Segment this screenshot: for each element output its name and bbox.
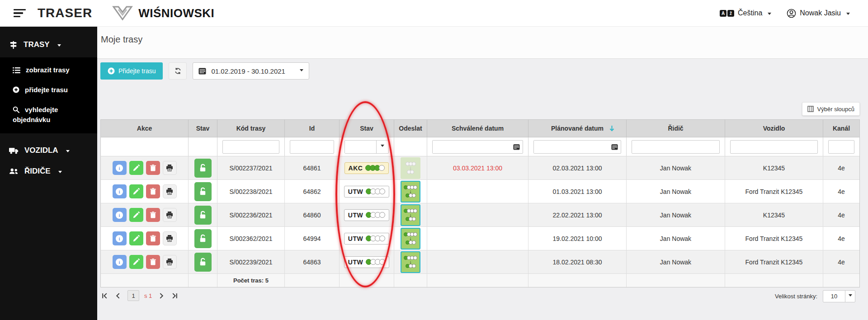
column-header-vozidlo[interactable]: Vozidlo: [725, 120, 823, 137]
print-button[interactable]: [163, 208, 177, 222]
edit-button[interactable]: [129, 208, 143, 222]
calendar-button[interactable]: [609, 141, 621, 153]
info-button[interactable]: i: [113, 231, 127, 245]
sidebar-item-pridejte-trasu[interactable]: přidejte trasu: [13, 85, 93, 95]
edit-button[interactable]: [129, 231, 143, 245]
previous-page-button[interactable]: [114, 292, 123, 300]
print-button[interactable]: [163, 231, 177, 245]
filter-input-id[interactable]: [290, 140, 334, 154]
print-button[interactable]: [163, 184, 177, 198]
chevron-down-icon: [66, 150, 70, 154]
status-badge: AKC: [344, 162, 389, 174]
column-header-id[interactable]: Id: [285, 120, 340, 137]
filter-date-planovane[interactable]: [533, 140, 621, 154]
print-button[interactable]: [163, 255, 177, 269]
sidebar-item-zobrazit-trasy[interactable]: zobrazit trasy: [13, 66, 93, 75]
date-range-value: 01.02.2019 - 30.10.2021: [211, 67, 295, 75]
delete-button[interactable]: [146, 184, 160, 198]
info-button[interactable]: i: [113, 184, 127, 198]
filter-date-schvalene-input[interactable]: [433, 141, 510, 153]
status-cell: UTW: [340, 250, 394, 273]
column-header-stav-lock[interactable]: Stav: [189, 120, 217, 137]
unlock-button[interactable]: [194, 229, 212, 248]
trash-icon: [150, 212, 156, 218]
delete-button[interactable]: [146, 231, 160, 245]
calendar-icon: [611, 144, 618, 150]
table-filter-row: [101, 137, 859, 156]
send-button[interactable]: ↓: [401, 157, 420, 179]
filter-input-kod-trasy[interactable]: [222, 140, 279, 154]
info-icon: i: [116, 188, 123, 195]
route-id: 64860: [285, 203, 340, 226]
page-size-select[interactable]: 10: [823, 290, 855, 302]
chevron-down-icon: [768, 13, 771, 17]
send-button[interactable]: ↓: [401, 204, 420, 226]
sidebar-item-ridice[interactable]: ŘIDIČE: [0, 167, 97, 176]
info-button[interactable]: i: [113, 161, 127, 175]
calendar-button[interactable]: [510, 141, 523, 153]
status-cell: AKC: [340, 156, 394, 179]
filter-select-stav[interactable]: [344, 140, 389, 154]
sidebar-item-trasy[interactable]: TRASY: [0, 40, 97, 49]
edit-button[interactable]: [129, 184, 143, 198]
brand-name: WIŚNIOWSKI: [138, 6, 214, 20]
send-cell: ↓: [394, 180, 427, 203]
vehicle-name: Ford Tranzit K12345: [725, 180, 823, 203]
column-header-ridic[interactable]: Řidič: [627, 120, 725, 137]
unlock-button[interactable]: [194, 159, 212, 178]
last-page-button[interactable]: [170, 292, 179, 300]
sidebar-item-vyhledejte-objednavku[interactable]: vyhledejte objednávku: [13, 105, 93, 124]
info-button[interactable]: i: [113, 255, 127, 269]
column-header-kanal[interactable]: Kanál: [823, 120, 859, 137]
column-header-schvalene-datum[interactable]: Schválené datum: [427, 120, 528, 137]
chevron-left-icon: [115, 292, 122, 299]
edit-button[interactable]: [129, 161, 143, 175]
printer-icon: [166, 259, 173, 265]
add-route-button[interactable]: Přidejte trasu: [100, 62, 163, 80]
language-menu[interactable]: Až Čeština: [720, 9, 771, 17]
filter-select-stav-value[interactable]: [345, 141, 376, 153]
info-button[interactable]: i: [113, 208, 127, 222]
filter-input-kanal[interactable]: [828, 140, 854, 154]
filter-date-schvalene[interactable]: [432, 140, 523, 154]
print-button[interactable]: [163, 161, 177, 175]
chevron-down-icon: [57, 44, 61, 48]
column-picker-button[interactable]: Výběr sloupců: [802, 102, 860, 116]
pager: 1 s 1: [100, 290, 179, 301]
filter-cell-akce: [101, 137, 189, 156]
send-button[interactable]: ↓: [401, 181, 420, 202]
delete-button[interactable]: [146, 208, 160, 222]
channel-value: 4e: [823, 156, 859, 179]
chevron-down-icon: [381, 145, 384, 149]
info-icon: i: [116, 165, 123, 172]
filter-date-planovane-input[interactable]: [534, 141, 609, 153]
current-page-indicator[interactable]: 1: [127, 290, 139, 301]
unlock-button[interactable]: [194, 182, 212, 201]
toolbar: Přidejte trasu 01.02.2019 - 30.10.2021: [100, 62, 309, 80]
sidebar-item-vozidla[interactable]: VOZIDLA: [0, 146, 97, 155]
user-menu[interactable]: Nowak Jasiu: [787, 9, 850, 18]
date-range-picker[interactable]: 01.02.2019 - 30.10.2021: [193, 62, 309, 80]
signpost-icon: [9, 41, 18, 49]
unlock-button[interactable]: [194, 253, 212, 272]
approved-date: [427, 203, 528, 226]
column-header-kod-trasy[interactable]: Kód trasy: [217, 120, 285, 137]
filter-input-vozidlo[interactable]: [730, 140, 818, 154]
refresh-button[interactable]: [169, 62, 187, 80]
send-button[interactable]: ↓: [401, 228, 420, 249]
filter-input-ridic[interactable]: [632, 140, 720, 154]
unlock-button[interactable]: [194, 206, 212, 225]
edit-button[interactable]: [129, 255, 143, 269]
menu-toggle-icon[interactable]: [14, 9, 26, 17]
dropdown-button[interactable]: [845, 291, 855, 302]
channel-value: 4e: [823, 203, 859, 226]
send-button[interactable]: ↓: [401, 251, 420, 273]
delete-button[interactable]: [146, 161, 160, 175]
column-header-stav[interactable]: Stav: [340, 120, 394, 137]
vehicle-name: Ford Tranzit K12345: [725, 250, 823, 273]
first-page-button[interactable]: [100, 292, 109, 300]
next-page-button[interactable]: [157, 292, 165, 300]
column-header-planovane-datum[interactable]: Plánované datum: [528, 120, 627, 137]
delete-button[interactable]: [146, 255, 160, 269]
dropdown-button[interactable]: [376, 141, 388, 153]
